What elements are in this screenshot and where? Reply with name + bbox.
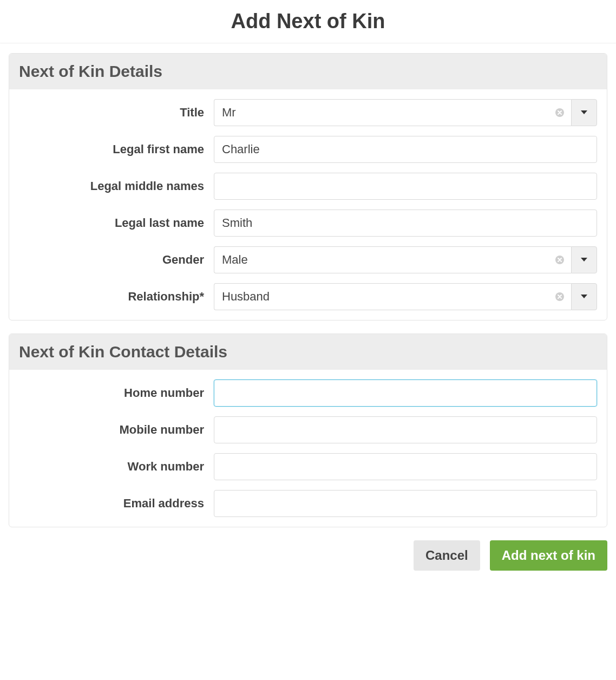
- middle-names-input[interactable]: [214, 173, 597, 200]
- first-name-row: Legal first name: [19, 136, 597, 163]
- title-label: Title: [19, 106, 214, 120]
- last-name-row: Legal last name: [19, 210, 597, 237]
- first-name-label: Legal first name: [19, 142, 214, 156]
- email-row: Email address: [19, 490, 597, 517]
- gender-combobox[interactable]: Male: [214, 246, 597, 273]
- email-label: Email address: [19, 496, 214, 511]
- chevron-down-icon[interactable]: [571, 283, 597, 310]
- work-number-label: Work number: [19, 460, 214, 474]
- email-input[interactable]: [214, 490, 597, 517]
- page-title: Add Next of Kin: [0, 10, 616, 33]
- last-name-label: Legal last name: [19, 216, 214, 230]
- gender-label: Gender: [19, 253, 214, 267]
- middle-names-row: Legal middle names: [19, 173, 597, 200]
- last-name-input[interactable]: [214, 210, 597, 237]
- work-number-input[interactable]: [214, 453, 597, 480]
- mobile-number-label: Mobile number: [19, 423, 214, 437]
- clear-icon[interactable]: [554, 254, 566, 266]
- relationship-value: Husband: [222, 290, 554, 304]
- add-next-of-kin-button[interactable]: Add next of kin: [490, 540, 607, 571]
- clear-icon[interactable]: [554, 291, 566, 303]
- cancel-button[interactable]: Cancel: [414, 540, 480, 571]
- chevron-down-icon[interactable]: [571, 99, 597, 126]
- chevron-down-icon[interactable]: [571, 246, 597, 273]
- title-combobox[interactable]: Mr: [214, 99, 597, 126]
- middle-names-label: Legal middle names: [19, 179, 214, 193]
- mobile-number-row: Mobile number: [19, 416, 597, 443]
- first-name-input[interactable]: [214, 136, 597, 163]
- clear-icon[interactable]: [554, 107, 566, 119]
- contact-panel: Next of Kin Contact Details Home number …: [9, 334, 607, 527]
- gender-value: Male: [222, 253, 554, 267]
- button-row: Cancel Add next of kin: [9, 540, 607, 571]
- mobile-number-input[interactable]: [214, 416, 597, 443]
- relationship-row: Relationship* Husband: [19, 283, 597, 310]
- divider: [0, 43, 616, 43]
- gender-row: Gender Male: [19, 246, 597, 273]
- title-row: Title Mr: [19, 99, 597, 126]
- title-value: Mr: [222, 106, 554, 120]
- work-number-row: Work number: [19, 453, 597, 480]
- home-number-label: Home number: [19, 386, 214, 400]
- relationship-label: Relationship*: [19, 290, 214, 304]
- relationship-combobox[interactable]: Husband: [214, 283, 597, 310]
- contact-panel-heading: Next of Kin Contact Details: [9, 334, 607, 370]
- details-panel: Next of Kin Details Title Mr: [9, 53, 607, 321]
- home-number-input[interactable]: [214, 380, 597, 407]
- details-panel-heading: Next of Kin Details: [9, 54, 607, 89]
- home-number-row: Home number: [19, 380, 597, 407]
